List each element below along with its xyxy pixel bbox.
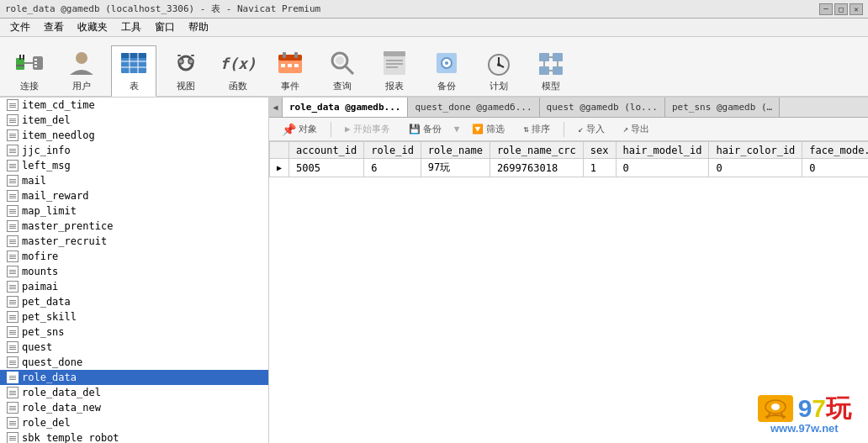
menu-favorites[interactable]: 收藏夹 <box>71 18 114 36</box>
backup-button[interactable]: 💾 备份 <box>401 120 449 138</box>
tab-bar: ◀ role_data @gamedb... quest_done @gamed… <box>269 98 868 118</box>
export-icon: ↗ <box>623 124 629 134</box>
table-row-icon <box>7 235 19 247</box>
tab-scroll-left[interactable]: ◀ <box>269 98 283 117</box>
menu-bar: 文件 查看 收藏夹 工具 窗口 帮助 <box>0 18 868 37</box>
data-table-container[interactable]: account_id role_id role_name role_name_c… <box>269 141 868 443</box>
pin-icon: 📌 <box>282 123 296 136</box>
table-row-icon <box>7 205 19 217</box>
toolbar-model[interactable]: 模型 <box>528 45 574 96</box>
table-item-pet_data[interactable]: pet_data <box>0 294 268 309</box>
close-button[interactable]: ✕ <box>849 3 863 15</box>
col-role_name_crc[interactable]: role_name_crc <box>490 142 583 159</box>
filter-sep: ▼ <box>453 124 462 134</box>
table-item-paimai[interactable]: paimai <box>0 279 268 294</box>
col-hair_color_id[interactable]: hair_color_id <box>709 142 802 159</box>
table-row-icon <box>7 114 19 126</box>
cell-role_id[interactable]: 6 <box>364 159 421 177</box>
table-item-mounts[interactable]: mounts <box>0 264 268 279</box>
col-account_id[interactable]: account_id <box>289 142 364 159</box>
menu-view[interactable]: 查看 <box>37 18 71 36</box>
table-item-mail[interactable]: mail <box>0 173 268 188</box>
function-icon: f(x) <box>223 48 253 78</box>
table-item-pet_skill[interactable]: pet_skill <box>0 309 268 324</box>
menu-tools[interactable]: 工具 <box>114 18 148 36</box>
table-item-quest_done[interactable]: quest_done <box>0 355 268 370</box>
svg-rect-45 <box>539 66 549 75</box>
maximize-button[interactable]: □ <box>834 3 848 15</box>
table-list[interactable]: item_cd_time item_del item_needlog jjc_i… <box>0 98 268 443</box>
cell-account_id[interactable]: 5005 <box>289 159 364 177</box>
svg-rect-33 <box>386 60 403 61</box>
table-item-role_data[interactable]: role_data <box>0 370 268 385</box>
title-bar: role_data @gamedb (localhost_3306) - 表 -… <box>0 0 868 18</box>
logo-text: 97玩 <box>798 396 851 421</box>
toolbar-event[interactable]: 事件 <box>267 45 313 96</box>
tab-quest_done[interactable]: quest_done @gamedб... <box>408 98 539 117</box>
minimize-button[interactable]: ─ <box>819 3 833 15</box>
table-row-icon <box>7 266 19 277</box>
start-transaction-button[interactable]: ▶ 开始事务 <box>337 120 398 138</box>
menu-help[interactable]: 帮助 <box>182 18 215 36</box>
toolbar-user[interactable]: 用户 <box>59 45 104 96</box>
backup-label: 备份 <box>423 123 442 135</box>
table-item-item_del[interactable]: item_del <box>0 113 268 128</box>
view-label: 视图 <box>177 80 195 92</box>
toolbar-report[interactable]: 报表 <box>372 45 417 96</box>
cell-sex[interactable]: 1 <box>583 159 616 177</box>
filter-button[interactable]: 🔽 筛选 <box>464 120 512 138</box>
toolbar-backup[interactable]: 备份 <box>424 45 469 96</box>
col-hair_model_id[interactable]: hair_model_id <box>616 142 709 159</box>
toolbar-schedule[interactable]: 计划 <box>476 45 521 96</box>
toolbar-table[interactable]: 表 <box>111 45 156 97</box>
col-face_model[interactable]: face_mode... <box>802 142 868 159</box>
table-item-item_needlog[interactable]: item_needlog <box>0 128 268 143</box>
cell-hair_color_id[interactable]: 0 <box>709 159 802 177</box>
cell-face_model[interactable]: 0 <box>802 159 868 177</box>
table-item-master_recruit[interactable]: master_recruit <box>0 234 268 249</box>
toolbar-function[interactable]: f(x) 函数 <box>215 45 261 96</box>
table-item-role_data_new[interactable]: role_data_new <box>0 400 268 415</box>
svg-rect-25 <box>281 64 285 67</box>
menu-file[interactable]: 文件 <box>3 18 37 36</box>
toolbar-connect[interactable]: 连接 <box>7 45 52 96</box>
tab-role_data[interactable]: role_data @gamedb... <box>283 98 408 117</box>
toolbar-query[interactable]: 查询 <box>320 45 365 96</box>
col-role_name[interactable]: role_name <box>421 142 490 159</box>
tab-pet_sns[interactable]: pet_sns @gamedb (… <box>665 98 780 117</box>
table-item-mofire[interactable]: mofire <box>0 249 268 264</box>
backup-icon <box>431 48 462 78</box>
col-sex[interactable]: sex <box>583 142 616 159</box>
col-role_id[interactable]: role_id <box>364 142 421 159</box>
svg-rect-35 <box>386 66 398 68</box>
table-item-role_data_del[interactable]: role_data_del <box>0 385 268 400</box>
table-item-master_prentice[interactable]: master_prentice <box>0 219 268 234</box>
tab-quest[interactable]: quest @gamedb (lo... <box>540 98 665 117</box>
menu-window[interactable]: 窗口 <box>148 18 182 36</box>
import-button[interactable]: ↙ 导入 <box>570 120 612 138</box>
export-label: 导出 <box>631 123 649 135</box>
cell-role_name[interactable]: 97玩 <box>421 159 490 177</box>
table-item-quest[interactable]: quest <box>0 340 268 355</box>
export-button[interactable]: ↗ 导出 <box>616 120 658 138</box>
sort-button[interactable]: ⇅ 排序 <box>516 120 558 138</box>
table-item-role_del[interactable]: role_del <box>0 415 268 430</box>
pin-button[interactable]: 📌 对象 <box>274 120 325 139</box>
table-item-item_cd_time[interactable]: item_cd_time <box>0 98 268 113</box>
svg-rect-19 <box>177 55 181 56</box>
table-row-icon <box>7 129 19 141</box>
schedule-label: 计划 <box>490 80 508 92</box>
table-item-mail_reward[interactable]: mail_reward <box>0 188 268 203</box>
table-item-left_msg[interactable]: left_msg <box>0 158 268 173</box>
cell-role_name_crc[interactable]: 2699763018 <box>490 159 583 177</box>
table-item-sbk_temple_robot[interactable]: sbk_temple_robot <box>0 430 268 443</box>
toolbar-view[interactable]: 视图 <box>163 45 209 96</box>
table-item-jjc_info[interactable]: jjc_info <box>0 143 268 158</box>
table-item-pet_sns[interactable]: pet_sns <box>0 324 268 340</box>
cell-hair_model_id[interactable]: 0 <box>616 159 709 177</box>
table-row[interactable]: ▶ 5005 6 97玩 2699763018 1 0 0 0 <box>270 159 869 177</box>
object-toolbar: 📌 对象 ▶ 开始事务 💾 备份 ▼ 🔽 筛选 ⇅ 排序 <box>269 118 868 141</box>
table-item-map_limit[interactable]: map_limit <box>0 203 268 219</box>
svg-rect-23 <box>283 52 286 58</box>
table-row-icon <box>7 326 19 338</box>
